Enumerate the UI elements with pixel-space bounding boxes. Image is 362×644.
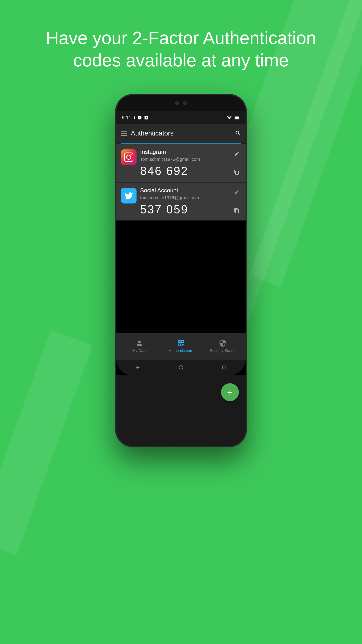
auth-name-social: Social Account (140, 187, 229, 194)
status-left: 9:11 ℹ (122, 115, 149, 120)
copy-button-instagram[interactable] (232, 168, 241, 177)
edit-button-social[interactable] (232, 188, 241, 197)
twitter-bird-icon (124, 191, 134, 200)
auth-email-instagram: Tom.schmith1976@gmail.com (140, 157, 229, 162)
auth-content-social: Social Account tom.schmith1976@gmail.com… (140, 187, 229, 216)
back-button[interactable] (132, 363, 143, 372)
copy-button-social[interactable] (232, 206, 241, 215)
svg-rect-4 (222, 366, 226, 369)
phone-camera-right (183, 101, 187, 105)
phone-camera-left (175, 101, 179, 105)
tab-active-line (121, 143, 241, 144)
status-bar: 9:11 ℹ (116, 111, 246, 124)
status-right (226, 116, 240, 120)
hamburger-menu[interactable] (121, 131, 127, 136)
recents-button[interactable] (219, 363, 230, 372)
hero-headline: Have your 2-Factor Authentication codes … (0, 27, 362, 72)
status-info-icon: ℹ (134, 115, 135, 120)
auth-name-instagram: Instagram (140, 148, 229, 156)
battery-fill (235, 116, 239, 119)
nav-icon-mydata (135, 339, 143, 347)
edit-button-instagram[interactable] (232, 149, 241, 158)
nav-item-authenticators[interactable]: Authenticators (160, 339, 202, 353)
bg-decoration-3 (0, 330, 93, 556)
phone-top (116, 95, 246, 111)
empty-content-area (116, 221, 246, 333)
twitter-icon (121, 188, 137, 204)
battery-icon (234, 116, 240, 120)
nav-icon-security (219, 339, 227, 347)
app-bar: Authenticators (116, 124, 246, 142)
instagram-dot (130, 154, 132, 156)
wifi-icon (226, 116, 232, 120)
auth-code-social: 537 059 (140, 202, 229, 216)
auth-actions-social (232, 187, 241, 216)
nav-item-security[interactable]: Security Status (202, 339, 243, 353)
status-ring-icon (137, 116, 142, 120)
auth-item-social[interactable]: Social Account tom.schmith1976@gmail.com… (116, 182, 246, 220)
nav-label-mydata: My Data (132, 348, 146, 353)
tab-indicator-bar (116, 142, 246, 144)
svg-rect-0 (121, 131, 127, 132)
svg-rect-2 (121, 135, 127, 136)
android-nav-bar (116, 360, 246, 375)
app-title: Authenticators (131, 130, 231, 137)
nav-item-mydata[interactable]: My Data (119, 339, 160, 353)
instagram-icon (121, 149, 137, 165)
auth-email-social: tom.schmith1976@gmail.com (140, 195, 229, 200)
auth-code-instagram: 846 692 (140, 164, 229, 178)
nav-label-security: Security Status (210, 348, 235, 353)
search-button[interactable] (235, 130, 241, 136)
auth-list: Instagram Tom.schmith1976@gmail.com 846 … (116, 144, 246, 221)
svg-rect-1 (121, 133, 127, 134)
bottom-navigation: My Data Authenticators Security Status (116, 333, 246, 360)
svg-point-3 (179, 366, 183, 370)
auth-content-instagram: Instagram Tom.schmith1976@gmail.com 846 … (140, 148, 229, 178)
status-nfc-icon (144, 116, 149, 120)
screen-content: Instagram Tom.schmith1976@gmail.com 846 … (116, 144, 246, 375)
phone-mockup: 9:11 ℹ (115, 94, 247, 447)
status-time: 9:11 (122, 115, 131, 120)
instagram-inner-border (124, 152, 133, 162)
auth-actions-instagram (232, 148, 241, 178)
nav-icon-authenticators (177, 339, 185, 347)
home-button[interactable] (175, 363, 187, 372)
auth-item-instagram[interactable]: Instagram Tom.schmith1976@gmail.com 846 … (116, 144, 246, 182)
nav-label-authenticators: Authenticators (169, 348, 193, 353)
